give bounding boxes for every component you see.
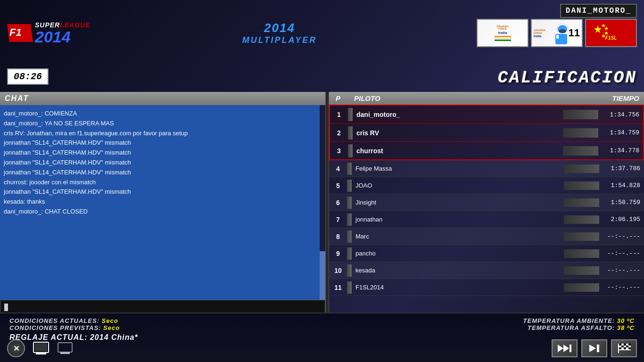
time-bar <box>564 232 599 241</box>
row-time: 1:58.759 <box>602 199 644 206</box>
row-time: 2:06.195 <box>602 216 644 223</box>
chat-message: jonnathan "SL14_CATERHAM.HDV" mismatch <box>4 187 316 197</box>
result-row: 6 Jinsight 1:58.759 <box>329 194 644 211</box>
row-time: 1:34.759 <box>601 129 643 136</box>
svg-marker-22 <box>563 345 569 352</box>
results-header: P PILOTO TIEMPO <box>329 92 644 105</box>
row-bar <box>347 281 352 294</box>
header: F1 SUPERLEAGUE 2014 2014 MULTIPLAYER SAH… <box>0 0 644 66</box>
tv2-icon <box>57 340 73 356</box>
row-name: pancho <box>355 250 564 257</box>
temp-asfalto-line: TEMPERATURA ASFALTO: 38 ºC <box>523 324 635 331</box>
row-bar <box>347 197 352 209</box>
conditions-right: TEMPERATURA AMBIENTE: 30 ºC TEMPERATURA … <box>523 317 635 331</box>
svg-text:F1: F1 <box>9 26 22 38</box>
row-name: jonnathan <box>355 216 564 223</box>
driver-badge: SAHARA FORCE India <box>531 19 583 47</box>
row-name: Jinsight <box>355 199 564 206</box>
nav-button-2[interactable] <box>581 339 607 357</box>
condition-previstas-line: CONDICIONES PREVISTAS: Seco <box>9 324 120 331</box>
svg-rect-34 <box>624 347 626 349</box>
chat-message: dani_motoro_: CHAT CLOSED <box>4 207 316 217</box>
conditions-row: CONDICIONES ACTUALES: Seco CONDICIONES P… <box>9 317 635 331</box>
row-name: dani_motoro_ <box>356 111 563 118</box>
row-time: 1:54.828 <box>602 182 644 189</box>
temp-asfalto-label: TEMPERATURA ASFALTO: <box>528 324 615 331</box>
section-divider <box>325 92 329 315</box>
col-time-header: TIEMPO <box>569 94 644 102</box>
top3-group: 1 dani_motoro_ 1:34.756 2 cris RV 1:34.7… <box>329 105 644 160</box>
svg-text:F1SL: F1SL <box>605 35 617 41</box>
time-bar <box>564 266 599 275</box>
checkered-flag-icon <box>618 343 631 354</box>
svg-rect-28 <box>619 344 621 346</box>
results-section: P PILOTO TIEMPO 1 dani_motoro_ 1:34.756 … <box>329 92 644 315</box>
result-row: 11 F1SL2014 --:--.--- <box>329 279 644 296</box>
close-button[interactable]: ✕ <box>7 339 25 357</box>
time-bar <box>563 110 598 119</box>
temp-ambiente-value: 30 ºC <box>617 317 635 324</box>
username-badge: DANI_MOTORO_ <box>560 4 637 18</box>
row-pos: 6 <box>329 199 347 206</box>
chat-scrollbar[interactable] <box>320 105 325 300</box>
col-pilot-header: PILOTO <box>347 94 569 102</box>
time-bar <box>564 249 599 258</box>
row-bar <box>348 126 353 140</box>
temp-ambiente-line: TEMPERATURA AMBIENTE: 30 ºC <box>523 317 635 324</box>
row-pos: 11 <box>329 284 347 291</box>
time-bar <box>564 181 599 190</box>
reglaje-area: REGLAJE ACTUAL: 2014 China* <box>9 333 635 342</box>
close-icon: ✕ <box>13 344 19 353</box>
col-pos-header: P <box>329 94 347 102</box>
row-time: --:--.--- <box>602 284 644 291</box>
result-row: 8 Marc --:--.--- <box>329 228 644 245</box>
svg-rect-35 <box>628 347 631 349</box>
svg-rect-31 <box>621 346 624 347</box>
chat-message: jonnathan "SL14_CATERHAM.HDV" mismatch <box>4 138 316 148</box>
year-center: 2014 <box>242 21 317 35</box>
row-name: F1SL2014 <box>355 284 564 291</box>
row-pos: 10 <box>329 267 347 274</box>
row-pos: 8 <box>329 233 347 240</box>
svg-point-4 <box>559 29 566 33</box>
row-time: 1:34.756 <box>601 111 643 118</box>
svg-rect-30 <box>628 344 631 346</box>
row-bar <box>347 264 352 277</box>
row-time: --:--.--- <box>602 250 644 257</box>
chat-header: CHAT <box>0 92 325 105</box>
svg-rect-29 <box>624 344 626 346</box>
time-bar <box>564 215 599 224</box>
svg-rect-17 <box>35 343 47 352</box>
timer-area: 08:26 <box>7 68 49 85</box>
chat-message: dani_motoro_: COMIENZA <box>4 109 316 119</box>
row-time: --:--.--- <box>602 233 644 240</box>
chat-cursor <box>4 304 8 311</box>
svg-rect-33 <box>619 347 621 349</box>
tv1-button[interactable] <box>32 339 50 357</box>
result-row: 1 dani_motoro_ 1:34.756 <box>330 106 643 123</box>
result-row: 2 cris RV 1:34.759 <box>330 123 643 141</box>
temp-ambiente-label: TEMPERATURA AMBIENTE: <box>523 317 615 324</box>
bottom-icons-left: ✕ <box>7 339 73 357</box>
flag-button[interactable] <box>611 339 637 357</box>
time-bar <box>564 165 599 173</box>
time-bar <box>564 198 599 207</box>
tv1-icon <box>32 339 50 357</box>
row-name: churrost <box>356 147 563 155</box>
row-pos: 2 <box>330 129 348 137</box>
tv2-button[interactable] <box>57 340 73 356</box>
multiplayer-label: MULTIPLAYER <box>242 35 317 45</box>
chat-message: jonnathan "SL14_CATERHAM.HDV" mismatch <box>4 148 316 158</box>
row-time: 1:37.786 <box>602 165 644 172</box>
calificacion-title: CALIFICACION <box>498 68 637 88</box>
row-pos: 4 <box>329 165 347 173</box>
svg-marker-24 <box>589 345 596 352</box>
result-row: 5 JOAO 1:54.828 <box>329 177 644 194</box>
chat-body: dani_motoro_: COMIENZA dani_motoro_: YA … <box>0 105 325 300</box>
row-name: Felipe Massa <box>355 165 564 172</box>
nav-button-1[interactable] <box>552 339 578 357</box>
svg-rect-32 <box>626 346 628 347</box>
bottom-area: CONDICIONES ACTUALES: Seco CONDICIONES P… <box>0 313 644 362</box>
row-pos: 3 <box>330 147 348 155</box>
scrollbar-thumb <box>320 251 325 300</box>
